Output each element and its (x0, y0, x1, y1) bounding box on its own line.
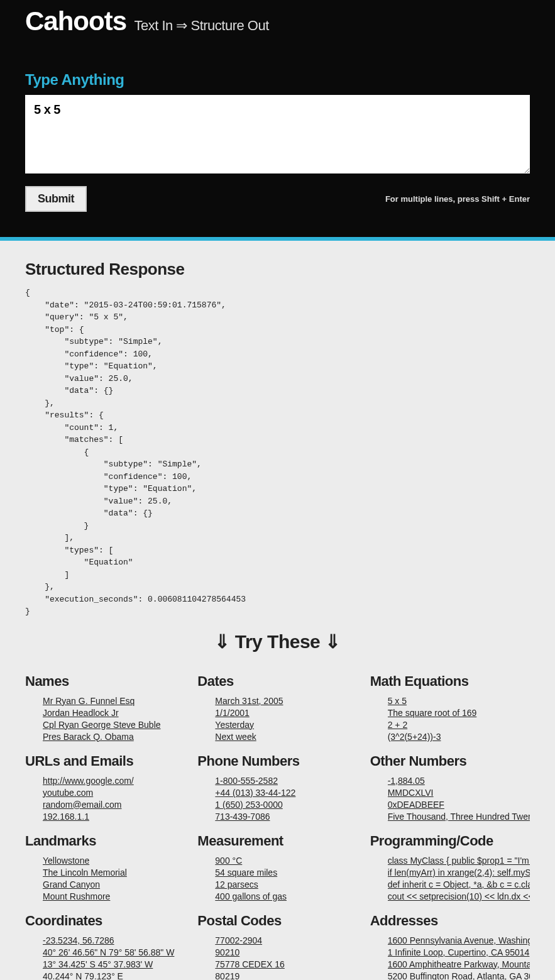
list-item: 77002-2904 (215, 935, 357, 945)
example-link[interactable]: 713-439-7086 (215, 812, 270, 822)
example-link[interactable]: Mr Ryan G. Funnel Esq (43, 696, 135, 706)
example-link[interactable]: 400 gallons of gas (215, 891, 287, 901)
example-link[interactable]: 1-800-555-2582 (215, 776, 278, 786)
category-list: YellowstoneThe Lincoln MemorialGrand Can… (25, 856, 185, 901)
category-list: 900 °C54 square miles12 parsecs400 gallo… (197, 856, 357, 901)
examples-columns: NamesMr Ryan G. Funnel EsqJordan Headloc… (25, 662, 530, 981)
example-link[interactable]: -23.5234, 56.7286 (43, 935, 114, 945)
example-link[interactable]: random@email.com (43, 800, 121, 810)
example-link[interactable]: 1/1/2001 (215, 708, 250, 718)
results-section: Structured Response { "date": "2015-03-2… (0, 241, 555, 980)
example-link[interactable]: youtube.com (43, 788, 93, 798)
example-link[interactable]: Yellowstone (43, 856, 89, 866)
example-link[interactable]: 900 °C (215, 856, 242, 866)
example-link[interactable]: if len(myArr) in xrange(2,4): self.myStu… (388, 867, 530, 878)
category-list: -1,884.05MMDCXLVI0xDEADBEEFFive Thousand… (370, 776, 530, 822)
list-item: 90210 (215, 947, 357, 957)
list-item: 1/1/2001 (215, 708, 357, 718)
input-label: Type Anything (25, 71, 530, 89)
brand-name: Cahoots (25, 6, 126, 36)
list-item: 713-439-7086 (215, 812, 357, 822)
example-link[interactable]: http://www.google.com/ (43, 776, 134, 786)
category-title: URLs and Emails (25, 753, 185, 769)
example-link[interactable]: Yesterday (215, 720, 254, 730)
example-link[interactable]: Next week (215, 732, 256, 742)
example-link[interactable]: 90210 (215, 947, 239, 957)
submit-button[interactable]: Submit (25, 186, 87, 212)
examples-column: NamesMr Ryan G. Funnel EsqJordan Headloc… (25, 662, 185, 981)
example-link[interactable]: 40.244° N 79.123° E (43, 971, 123, 981)
list-item: random@email.com (43, 800, 185, 810)
example-link[interactable]: def inherit c = Object, *a, &b c = c.cla… (388, 879, 530, 889)
example-link[interactable]: MMDCXLVI (388, 788, 434, 798)
header-section: Cahoots Text In ⇒ Structure Out Type Any… (0, 0, 555, 237)
example-link[interactable]: cout << setprecision(10) << ldn.dx << " … (388, 891, 530, 901)
category-title: Coordinates (25, 913, 185, 929)
example-link[interactable]: 5200 Buffington Road, Atlanta, GA 30349-… (388, 971, 530, 981)
example-link[interactable]: 54 square miles (215, 867, 277, 878)
example-link[interactable]: 5 x 5 (388, 696, 407, 706)
example-link[interactable]: 192.168.1.1 (43, 812, 89, 822)
example-link[interactable]: The Lincoln Memorial (43, 867, 127, 878)
list-item: Mount Rushmore (43, 891, 185, 901)
category-title: Dates (197, 673, 357, 690)
list-item: 1-800-555-2582 (215, 776, 357, 786)
example-link[interactable]: The square root of 169 (388, 708, 477, 718)
list-item: Jordan Headlock Jr (43, 708, 185, 718)
example-link[interactable]: 75778 CEDEX 16 (215, 959, 285, 969)
list-item: def inherit c = Object, *a, &b c = c.cla… (388, 879, 530, 889)
list-item: 40.244° N 79.123° E (43, 971, 185, 981)
example-link[interactable]: 1 (650) 253-0000 (215, 800, 282, 810)
example-link[interactable]: Grand Canyon (43, 879, 100, 889)
example-link[interactable]: +44 (013) 33-44-122 (215, 788, 295, 798)
example-link[interactable]: 1600 Pennsylvania Avenue, Washington, DC (388, 935, 530, 945)
example-link[interactable]: 77002-2904 (215, 935, 262, 945)
example-link[interactable]: March 31st, 2005 (215, 696, 283, 706)
category-list: March 31st, 20051/1/2001YesterdayNext we… (197, 696, 357, 742)
input-controls: Submit For multiple lines, press Shift +… (25, 186, 530, 212)
example-link[interactable]: 40° 26' 46.56" N 79° 58' 56.88" W (43, 947, 174, 957)
example-link[interactable]: Five Thousand, Three Hundred Twenty (388, 812, 530, 822)
example-link[interactable]: Pres Barack Q. Obama (43, 732, 134, 742)
list-item: March 31st, 2005 (215, 696, 357, 706)
example-link[interactable]: 13° 34.425' S 45° 37.983' W (43, 959, 153, 969)
example-link[interactable]: Mount Rushmore (43, 891, 110, 901)
example-link[interactable]: Cpl Ryan George Steve Buble (43, 720, 161, 730)
category-list: Mr Ryan G. Funnel EsqJordan Headlock JrC… (25, 696, 185, 742)
category-title: Measurement (197, 833, 357, 849)
list-item: (3^2(5+24))-3 (388, 732, 530, 742)
category-list: class MyClass { public $prop1 = "I'm a c… (370, 856, 530, 901)
example-link[interactable]: 0xDEADBEEF (388, 800, 444, 810)
list-item: Next week (215, 732, 357, 742)
example-link[interactable]: 1 Infinite Loop, Cupertino, CA 95014 (388, 947, 530, 957)
example-link[interactable]: -1,884.05 (388, 776, 425, 786)
example-link[interactable]: 12 parsecs (215, 879, 258, 889)
category-list: 1600 Pennsylvania Avenue, Washington, DC… (370, 935, 530, 981)
example-link[interactable]: 80219 (215, 971, 239, 981)
category-list: http://www.google.com/youtube.comrandom@… (25, 776, 185, 822)
list-item: if len(myArr) in xrange(2,4): self.myStu… (388, 867, 530, 878)
list-item: class MyClass { public $prop1 = "I'm a c… (388, 856, 530, 866)
list-item: 54 square miles (215, 867, 357, 878)
list-item: 1 (650) 253-0000 (215, 800, 357, 810)
list-item: -23.5234, 56.7286 (43, 935, 185, 945)
list-item: 900 °C (215, 856, 357, 866)
category-title: Other Numbers (370, 753, 530, 769)
category-title: Phone Numbers (197, 753, 357, 769)
list-item: cout << setprecision(10) << ldn.dx << " … (388, 891, 530, 901)
example-link[interactable]: class MyClass { public $prop1 = "I'm a c… (388, 856, 530, 866)
example-link[interactable]: Jordan Headlock Jr (43, 708, 119, 718)
example-link[interactable]: (3^2(5+24))-3 (388, 732, 441, 742)
list-item: 40° 26' 46.56" N 79° 58' 56.88" W (43, 947, 185, 957)
brand-row: Cahoots Text In ⇒ Structure Out (25, 6, 530, 36)
example-link[interactable]: 2 + 2 (388, 720, 408, 730)
query-input[interactable] (25, 95, 530, 173)
example-link[interactable]: 1600 Amphitheatre Parkway, Mountain View… (388, 959, 530, 969)
category-title: Names (25, 673, 185, 690)
examples-column: Math Equations5 x 5The square root of 16… (370, 662, 530, 981)
list-item: 1 Infinite Loop, Cupertino, CA 95014 (388, 947, 530, 957)
list-item: http://www.google.com/ (43, 776, 185, 786)
category-title: Landmarks (25, 833, 185, 849)
brand-tagline: Text In ⇒ Structure Out (134, 18, 268, 33)
list-item: Five Thousand, Three Hundred Twenty (388, 812, 530, 822)
